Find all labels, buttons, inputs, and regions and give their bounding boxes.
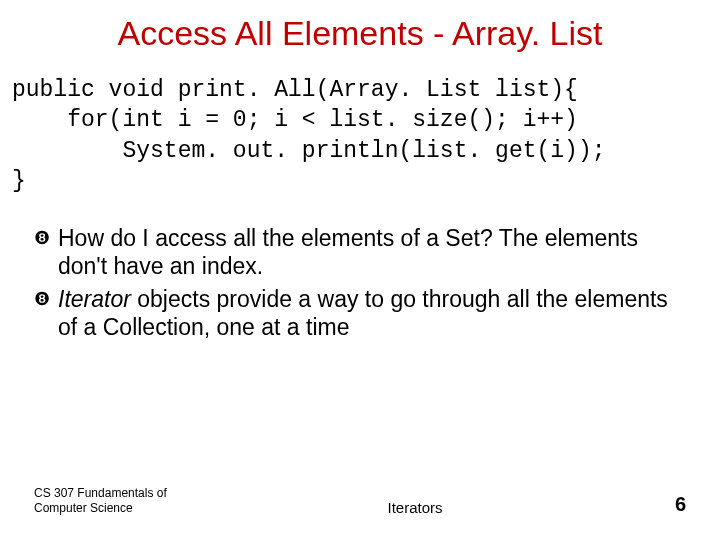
code-block: public void print. All(Array. List list)… bbox=[0, 53, 720, 196]
footer-course: CS 307 Fundamentals of Computer Science bbox=[34, 486, 204, 516]
footer-page-number: 6 bbox=[626, 493, 686, 516]
code-line: public void print. All(Array. List list)… bbox=[12, 77, 578, 103]
code-line: for(int i = 0; i < list. size(); i++) bbox=[12, 107, 578, 133]
bullet-text: How do I access all the elements of a Se… bbox=[58, 224, 686, 280]
slide-footer: CS 307 Fundamentals of Computer Science … bbox=[0, 486, 720, 516]
bullet-list: ❽ How do I access all the elements of a … bbox=[0, 196, 720, 340]
footer-topic: Iterators bbox=[204, 499, 626, 516]
code-line: System. out. println(list. get(i)); bbox=[12, 138, 606, 164]
code-line: } bbox=[12, 168, 26, 194]
bullet-text: Iterator objects provide a way to go thr… bbox=[58, 285, 686, 341]
bullet-marker-icon: ❽ bbox=[34, 285, 50, 313]
slide-title: Access All Elements - Array. List bbox=[0, 0, 720, 53]
bullet-marker-icon: ❽ bbox=[34, 224, 50, 252]
bullet-item: ❽ Iterator objects provide a way to go t… bbox=[34, 285, 686, 341]
bullet-item: ❽ How do I access all the elements of a … bbox=[34, 224, 686, 280]
italic-term: Iterator bbox=[58, 286, 131, 312]
bullet-text-rest: objects provide a way to go through all … bbox=[58, 286, 668, 340]
